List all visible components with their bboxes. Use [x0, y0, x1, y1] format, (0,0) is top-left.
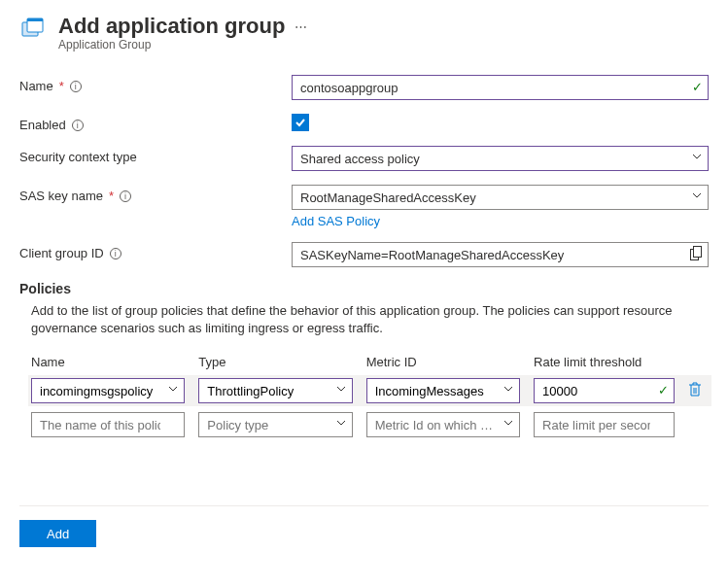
more-actions-icon[interactable]: ⋯ [295, 19, 309, 34]
policy-name-input[interactable] [31, 378, 185, 403]
col-header-type: Type [198, 355, 352, 369]
required-indicator: * [59, 79, 64, 93]
enabled-label: Enabled [19, 118, 66, 132]
policy-type-select[interactable] [198, 378, 352, 403]
policy-metric-select[interactable] [366, 378, 520, 403]
policy-name-input[interactable] [31, 412, 185, 437]
sas-key-select[interactable] [292, 185, 709, 210]
valid-check-icon: ✓ [692, 80, 703, 94]
security-context-label: Security context type [19, 150, 137, 164]
name-input[interactable] [292, 75, 709, 100]
col-header-metric: Metric ID [366, 355, 520, 369]
app-group-icon [19, 16, 47, 43]
policy-row-empty [31, 412, 709, 437]
name-label: Name [19, 79, 53, 93]
delete-row-icon[interactable] [688, 386, 702, 400]
policy-metric-select[interactable] [366, 412, 520, 437]
page-title: Add application group [58, 14, 285, 39]
info-icon[interactable]: i [72, 120, 84, 131]
required-indicator: * [109, 189, 114, 203]
info-icon[interactable]: i [70, 81, 82, 92]
info-icon[interactable]: i [110, 248, 121, 259]
valid-check-icon: ✓ [658, 383, 669, 397]
policies-table: Name Type Metric ID Rate limit threshold [31, 355, 709, 437]
security-context-select[interactable] [292, 146, 709, 171]
col-header-rate: Rate limit threshold [534, 355, 675, 369]
copy-icon[interactable] [689, 246, 703, 264]
client-group-id-label: Client group ID [19, 246, 104, 260]
page-subtitle: Application Group [58, 38, 309, 52]
enabled-checkbox[interactable] [292, 114, 309, 131]
add-sas-policy-link[interactable]: Add SAS Policy [292, 214, 380, 228]
svg-rect-4 [694, 247, 702, 258]
policy-rate-input[interactable] [534, 412, 675, 437]
svg-rect-2 [27, 18, 43, 21]
sas-key-label: SAS key name [19, 189, 103, 203]
policy-type-select[interactable] [198, 412, 352, 437]
policy-rate-input[interactable] [534, 378, 675, 403]
client-group-id-field [292, 242, 709, 267]
policies-description: Add to the list of group policies that d… [31, 302, 692, 337]
add-button[interactable]: Add [19, 520, 96, 547]
policy-row: ✓ [28, 375, 711, 406]
col-header-name: Name [31, 355, 185, 369]
policies-title: Policies [19, 281, 709, 296]
panel-header: Add application group ⋯ Application Grou… [19, 14, 709, 52]
info-icon[interactable]: i [120, 190, 131, 202]
